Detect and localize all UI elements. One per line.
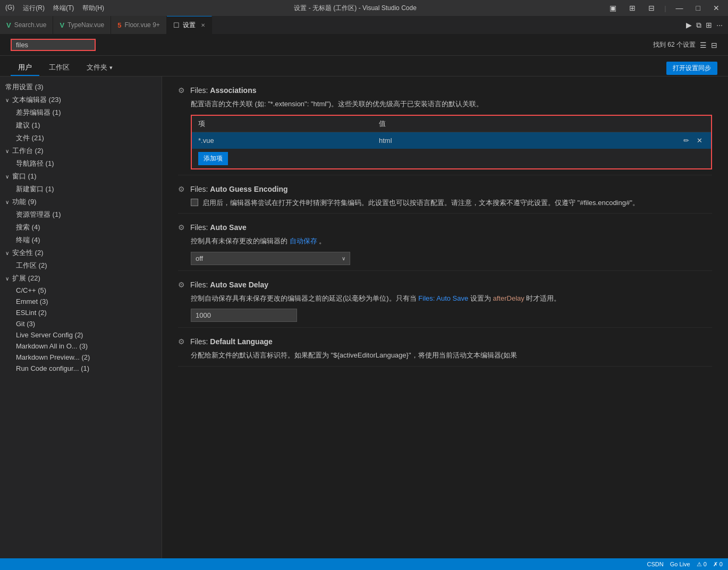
- sidebar-item-files[interactable]: 文件 (21): [0, 132, 162, 144]
- setting-header: ⚙ Files: Default Language: [178, 337, 712, 346]
- sidebar-item-git[interactable]: Git (3): [0, 318, 162, 329]
- assoc-row: *.vue html ✏ ✕: [192, 132, 711, 149]
- tab-close-button[interactable]: ✕: [201, 22, 205, 28]
- window-minimize-button[interactable]: —: [673, 3, 687, 13]
- delete-association-button[interactable]: ✕: [695, 135, 705, 146]
- window-close-button[interactable]: ✕: [710, 3, 723, 13]
- tab-floor-vue[interactable]: 5 Floor.vue 9+: [111, 16, 167, 34]
- search-input[interactable]: [16, 41, 80, 49]
- sidebar-item-explorer[interactable]: 资源管理器 (1): [0, 208, 162, 221]
- sidebar-item-diff-editor[interactable]: 差异编辑器 (1): [0, 106, 162, 119]
- sidebar-item-text-editor[interactable]: ∨ 文本编辑器 (23): [0, 93, 162, 106]
- after-delay-link[interactable]: afterDelay: [493, 294, 524, 302]
- auto-save-delay-input-row: [191, 309, 712, 322]
- add-item-button[interactable]: 添加项: [198, 152, 228, 165]
- layout-icon[interactable]: ⊞: [706, 21, 712, 29]
- sidebar-label: 窗口 (1): [12, 172, 37, 181]
- sidebar-label: 工作区 (2): [16, 261, 47, 270]
- sidebar-label: Run Code configur... (1): [16, 364, 89, 372]
- sidebar-label: Markdown All in O... (3): [16, 342, 88, 350]
- titlebar: (G) 运行(R) 终端(T) 帮助(H) 设置 - 无标题 (工作区) - V…: [0, 0, 728, 16]
- assoc-item-cell: *.vue: [198, 137, 379, 144]
- statusbar-warnings[interactable]: ⚠ 0: [697, 561, 707, 568]
- setting-gear-icon[interactable]: ⚙: [178, 337, 185, 346]
- sidebar-item-extensions[interactable]: ∨ 扩展 (22): [0, 272, 162, 285]
- sidebar-item-workspace[interactable]: 工作区 (2): [0, 259, 162, 272]
- sidebar-item-live-server[interactable]: Live Server Config (2): [0, 329, 162, 341]
- sidebar-label: Emmet (3): [16, 297, 48, 305]
- sidebar-item-eslint[interactable]: ESLint (2): [0, 307, 162, 318]
- vue-icon: V: [60, 21, 64, 29]
- tabbar-actions: ▶ ⧉ ⊞ ···: [681, 16, 728, 34]
- setting-gear-icon[interactable]: ⚙: [178, 185, 185, 193]
- auto-save-link[interactable]: 自动保存: [290, 237, 317, 245]
- sidebar-item-markdown-all[interactable]: Markdown All in O... (3): [0, 341, 162, 352]
- setting-gear-icon[interactable]: ⚙: [178, 280, 185, 289]
- statusbar-golive[interactable]: Go Live: [670, 561, 690, 567]
- sidebar-label: 导航路径 (1): [16, 159, 54, 168]
- sidebar-item-terminal[interactable]: 终端 (4): [0, 234, 162, 246]
- tab-label: Search.vue: [14, 21, 47, 29]
- window-maximize-button[interactable]: □: [693, 3, 704, 13]
- sidebar-item-features[interactable]: ∨ 功能 (9): [0, 195, 162, 208]
- auto-save-delay-input[interactable]: [191, 309, 297, 322]
- sidebar-item-workbench[interactable]: ∨ 工作台 (2): [0, 144, 162, 157]
- sync-settings-button[interactable]: 打开设置同步: [666, 62, 717, 75]
- split-editor-icon[interactable]: ⧉: [696, 21, 701, 30]
- setting-description: 控制具有未保存更改的编辑器的 自动保存 。: [191, 236, 712, 246]
- setting-description: 控制自动保存具有未保存更改的编辑器之前的延迟(以毫秒为单位)。只有当 Files…: [191, 293, 712, 304]
- statusbar: CSDN Go Live ⚠ 0 ✗ 0: [0, 558, 728, 570]
- setting-default-language: ⚙ Files: Default Language 分配给新文件的默认语言标识符…: [178, 328, 712, 367]
- menu-terminal[interactable]: 终端(T): [53, 4, 74, 13]
- auto-save-dropdown[interactable]: off ∨: [191, 252, 350, 265]
- sidebar-item-security[interactable]: ∨ 安全性 (2): [0, 246, 162, 259]
- assoc-value-cell: html: [379, 137, 681, 144]
- tab-settings[interactable]: ☐ 设置 ✕: [167, 16, 212, 34]
- tab-user[interactable]: 用户: [11, 60, 39, 76]
- titlebar-menu: (G) 运行(R) 终端(T) 帮助(H): [5, 4, 104, 13]
- tab-workspace[interactable]: 工作区: [41, 60, 77, 76]
- funnel-icon[interactable]: ⊟: [711, 41, 717, 49]
- tab-label: 设置: [183, 21, 196, 30]
- filter-icon[interactable]: ☰: [700, 41, 707, 49]
- searchbar: 找到 62 个设置 ☰ ⊟: [0, 35, 728, 56]
- sidebar-item-window[interactable]: ∨ 窗口 (1): [0, 170, 162, 183]
- folder-dropdown-icon[interactable]: ▾: [109, 64, 113, 71]
- statusbar-errors[interactable]: ✗ 0: [713, 561, 723, 568]
- menu-g[interactable]: (G): [5, 4, 14, 13]
- tab-search-vue[interactable]: V Search.vue: [0, 16, 53, 34]
- settings-icon: ☐: [173, 21, 180, 29]
- dropdown-value: off: [196, 254, 203, 262]
- window-split-icon[interactable]: ⊞: [626, 3, 639, 13]
- setting-gear-icon[interactable]: ⚙: [178, 86, 185, 95]
- sidebar-label: 建议 (1): [16, 121, 40, 130]
- sidebar-item-breadcrumbs[interactable]: 导航路径 (1): [0, 157, 162, 170]
- settings-tab-group: 用户 工作区 文件夹 ▾: [11, 60, 120, 76]
- sidebar-item-suggestions[interactable]: 建议 (1): [0, 119, 162, 132]
- sidebar-item-cpp[interactable]: C/C++ (5): [0, 285, 162, 296]
- search-input-wrapper[interactable]: [11, 39, 96, 51]
- setting-header: ⚙ Files: Associations: [178, 86, 712, 95]
- edit-association-button[interactable]: ✏: [681, 135, 691, 146]
- tab-typenav-vue[interactable]: V TypeNav.vue: [53, 16, 111, 34]
- menu-help[interactable]: 帮助(H): [82, 4, 104, 13]
- window-layout-icon[interactable]: ▣: [606, 3, 620, 13]
- sidebar-item-emmet[interactable]: Emmet (3): [0, 296, 162, 307]
- auto-save-link2[interactable]: Files: Auto Save: [418, 294, 468, 302]
- sidebar-label: Markdown Preview... (2): [16, 353, 90, 361]
- chevron-icon: ∨: [5, 199, 9, 205]
- tab-folder[interactable]: 文件夹 ▾: [79, 60, 120, 76]
- run-icon[interactable]: ▶: [686, 21, 692, 29]
- sidebar-item-common[interactable]: 常用设置 (3): [0, 81, 162, 93]
- sidebar-item-new-window[interactable]: 新建窗口 (1): [0, 183, 162, 195]
- sidebar-item-run-code[interactable]: Run Code configur... (1): [0, 363, 162, 374]
- statusbar-csdn[interactable]: CSDN: [647, 561, 664, 567]
- sidebar-item-markdown-preview[interactable]: Markdown Preview... (2): [0, 352, 162, 363]
- more-actions-icon[interactable]: ···: [716, 21, 723, 29]
- sidebar-item-search[interactable]: 搜索 (4): [0, 221, 162, 234]
- menu-run[interactable]: 运行(R): [23, 4, 45, 13]
- setting-gear-icon[interactable]: ⚙: [178, 223, 185, 232]
- assoc-row-actions: ✏ ✕: [681, 135, 705, 146]
- auto-guess-encoding-checkbox[interactable]: [191, 199, 198, 206]
- window-panel-icon[interactable]: ⊟: [645, 3, 658, 13]
